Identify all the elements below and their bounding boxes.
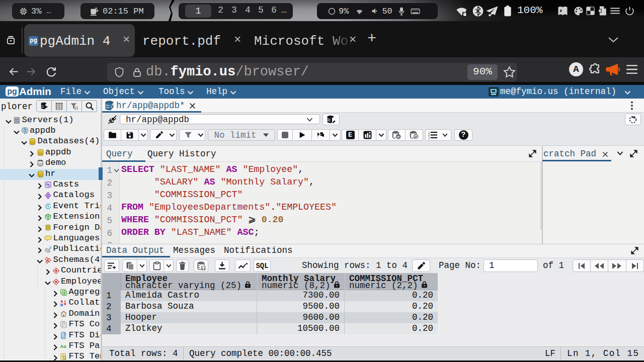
svg-text:Aa: Aa [60, 344, 66, 349]
svg-text:B: B [60, 303, 63, 307]
svg-text:3: 3 [428, 137, 430, 140]
